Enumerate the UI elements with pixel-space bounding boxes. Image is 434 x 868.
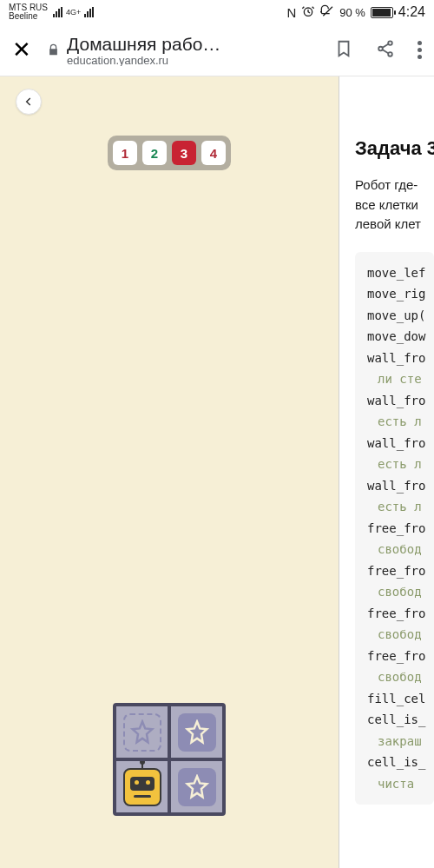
robot-board bbox=[113, 703, 226, 816]
code-comment: свобод bbox=[367, 624, 422, 646]
task-description: Робот где- все клетки левой клет bbox=[355, 176, 434, 235]
mute-icon bbox=[320, 4, 334, 21]
alarm-icon bbox=[301, 4, 315, 21]
board-cell-1-0 bbox=[116, 761, 168, 812]
signal-icon-2 bbox=[84, 7, 94, 17]
code-line: move_dow bbox=[367, 326, 422, 348]
code-line: wall_fro bbox=[367, 433, 422, 454]
tab-2[interactable]: 2 bbox=[142, 141, 167, 165]
tab-4[interactable]: 4 bbox=[201, 141, 226, 165]
code-reference: move_lefmove_rigmove_up(move_dowwall_fro… bbox=[355, 252, 434, 805]
browser-bar: ✕ Домашняя рабо… education.yandex.ru bbox=[0, 24, 434, 76]
page-title: Домашняя рабо… bbox=[67, 34, 220, 55]
board-cell-1-1 bbox=[171, 761, 222, 812]
code-line: move_lef bbox=[367, 262, 422, 284]
task-tabs: 1 2 3 4 bbox=[108, 136, 231, 170]
code-comment: закраш bbox=[367, 731, 422, 752]
battery-icon bbox=[371, 7, 393, 18]
code-line: free_fro bbox=[367, 560, 422, 582]
code-line: cell_is_ bbox=[367, 752, 422, 773]
lock-icon bbox=[47, 43, 60, 56]
carrier-2: Beeline bbox=[9, 12, 48, 21]
code-comment: есть л bbox=[367, 411, 422, 433]
robot-icon bbox=[123, 768, 161, 806]
code-line: wall_fro bbox=[367, 348, 422, 369]
clock: 4:24 bbox=[398, 4, 425, 20]
code-comment: чиста bbox=[367, 773, 422, 795]
code-comment: есть л bbox=[367, 454, 422, 475]
status-carriers: MTS RUS Beeline bbox=[9, 3, 48, 21]
code-line: move_up( bbox=[367, 305, 422, 327]
code-comment: свобод bbox=[367, 581, 422, 603]
code-line: cell_is_ bbox=[367, 709, 422, 731]
page-host: education.yandex.ru bbox=[67, 55, 220, 66]
code-line: free_fro bbox=[367, 518, 422, 540]
menu-button[interactable] bbox=[418, 41, 422, 59]
code-line: move_rig bbox=[367, 283, 422, 305]
task-pane: Задача 3 Робот где- все клетки левой кле… bbox=[339, 76, 434, 868]
robot-field-pane: 1 2 3 4 bbox=[0, 76, 339, 868]
code-comment: ли сте bbox=[367, 368, 422, 390]
signal-icon-1 bbox=[53, 7, 62, 17]
battery-percent: 90 % bbox=[339, 6, 365, 19]
board-cell-0-0 bbox=[116, 706, 168, 758]
star-icon bbox=[178, 713, 216, 752]
task-title: Задача 3 bbox=[355, 137, 434, 160]
star-target-icon bbox=[123, 713, 161, 752]
tab-1[interactable]: 1 bbox=[113, 141, 137, 165]
code-line: free_fro bbox=[367, 646, 422, 667]
code-line: fill_cel bbox=[367, 688, 422, 710]
close-button[interactable]: ✕ bbox=[12, 36, 31, 63]
back-button[interactable] bbox=[16, 89, 42, 115]
code-comment: свобод bbox=[367, 539, 422, 560]
nfc-icon: N bbox=[286, 5, 296, 20]
code-comment: свобод bbox=[367, 666, 422, 688]
tab-3[interactable]: 3 bbox=[172, 141, 196, 165]
code-comment: есть л bbox=[367, 496, 422, 518]
bookmark-button[interactable] bbox=[334, 39, 353, 62]
share-button[interactable] bbox=[376, 39, 395, 62]
star-icon bbox=[178, 768, 216, 806]
code-line: free_fro bbox=[367, 603, 422, 625]
network-label: 4G+ bbox=[66, 8, 81, 17]
code-line: wall_fro bbox=[367, 475, 422, 497]
code-line: wall_fro bbox=[367, 390, 422, 412]
status-bar: MTS RUS Beeline 4G+ N 90 % 4:24 bbox=[0, 0, 434, 24]
board-cell-0-1 bbox=[171, 706, 222, 758]
